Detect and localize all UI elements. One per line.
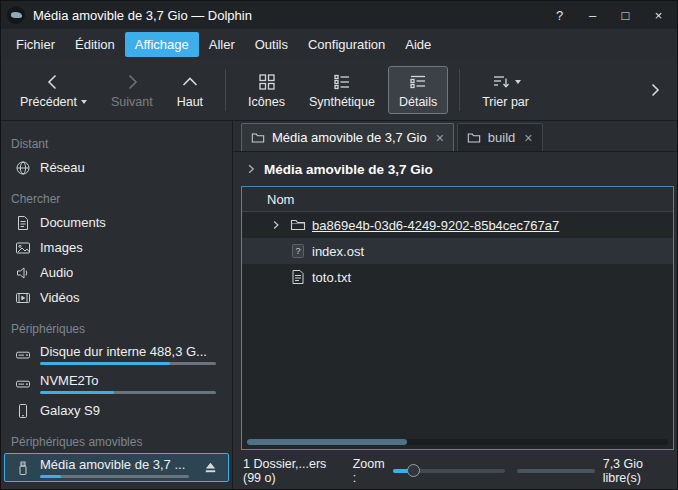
title-bar: Média amovible de 3,7 Gio — Dolphin ? – … <box>1 1 677 29</box>
dolphin-app-icon <box>7 6 25 24</box>
help-button[interactable]: ? <box>547 5 572 26</box>
dolphin-window: Média amovible de 3,7 Gio — Dolphin ? – … <box>0 0 678 490</box>
free-space-bar <box>517 469 595 473</box>
place-label: Réseau <box>40 160 85 175</box>
tab-build[interactable]: build × <box>457 123 543 151</box>
toolbar-separator <box>459 69 460 111</box>
tab-label: build <box>488 130 515 145</box>
section-header-chercher: Chercher <box>1 186 232 210</box>
menu-aller[interactable]: Aller <box>199 32 245 57</box>
items-summary: 1 Dossier,...ers (99 o) <box>243 457 337 485</box>
file-row-toto-txt[interactable]: toto.txt <box>242 264 673 290</box>
back-button[interactable]: Précédent <box>9 66 98 114</box>
sort-icon <box>491 72 511 92</box>
folder-icon <box>290 217 306 233</box>
disk-usage-bar <box>40 391 216 394</box>
sidebar-item-reseau[interactable]: Réseau <box>1 155 232 180</box>
expand-arrow-icon[interactable] <box>268 217 284 233</box>
zoom-slider-handle[interactable] <box>407 464 420 477</box>
video-icon <box>15 290 31 306</box>
network-icon <box>15 160 31 176</box>
toolbar-overflow-button[interactable] <box>641 70 669 110</box>
sidebar-item-documents[interactable]: Documents <box>1 210 232 235</box>
zoom-label: Zoom : <box>353 457 385 485</box>
place-label: NVME2To <box>40 373 221 388</box>
tab-close-icon[interactable]: × <box>524 131 532 145</box>
harddisk-icon <box>15 376 31 392</box>
toolbar-separator <box>225 69 226 111</box>
chevron-right-icon <box>647 82 663 98</box>
horizontal-scrollbar-thumb[interactable] <box>247 439 407 445</box>
details-view-button[interactable]: Détails <box>388 66 448 114</box>
sidebar-item-media-amovible[interactable]: Média amovible de 3,7 ... <box>4 453 229 482</box>
image-icon <box>15 240 31 256</box>
section-header-peripheriques: Périphériques <box>1 316 232 340</box>
file-row-folder[interactable]: ba869e4b-03d6-4249-9202-85b4cec767a7 <box>242 212 673 238</box>
tab-close-icon[interactable]: × <box>436 131 444 145</box>
compact-view-icon <box>332 72 352 92</box>
sidebar-item-disque-dur-interne[interactable]: Disque dur interne 488,3 G... <box>1 340 232 369</box>
details-view-icon <box>408 72 428 92</box>
menu-outils[interactable]: Outils <box>245 32 298 57</box>
sidebar-item-audio[interactable]: Audio <box>1 260 232 285</box>
eject-icon[interactable] <box>203 460 218 475</box>
icons-view-icon <box>257 72 277 92</box>
document-icon <box>15 215 31 231</box>
forward-button[interactable]: Suivant <box>100 66 164 114</box>
menu-affichage[interactable]: Affichage <box>125 32 199 57</box>
folder-icon <box>251 131 265 145</box>
arrow-right-icon <box>122 72 142 92</box>
zoom-slider[interactable] <box>393 469 505 473</box>
tab-media-amovible[interactable]: Média amovible de 3,7 Gio × <box>241 123 454 151</box>
compact-view-button[interactable]: Synthétique <box>298 66 386 114</box>
menu-fichier[interactable]: Fichier <box>6 32 65 57</box>
arrow-left-icon <box>43 72 63 92</box>
text-file-icon <box>290 269 306 285</box>
icons-view-button[interactable]: Icônes <box>237 66 296 114</box>
places-panel: Distant Réseau Chercher Documents Images <box>1 121 233 489</box>
chevron-down-icon <box>81 100 87 104</box>
folder-icon <box>467 131 481 145</box>
chevron-down-icon <box>515 80 521 84</box>
sidebar-item-nvme2to[interactable]: NVME2To <box>1 369 232 398</box>
file-row-index-ost[interactable]: ? index.ost <box>242 238 673 264</box>
main-toolbar: Précédent Suivant Haut Icônes Synthét <box>1 59 677 121</box>
close-button[interactable]: × <box>646 5 671 26</box>
menu-bar: Fichier Édition Affichage Aller Outils C… <box>1 29 677 59</box>
place-label: Images <box>40 240 83 255</box>
usb-drive-icon <box>15 460 31 476</box>
sidebar-item-videos[interactable]: Vidéos <box>1 285 232 310</box>
minimize-button[interactable]: – <box>580 5 605 26</box>
column-header-nom[interactable]: Nom <box>242 187 673 212</box>
section-header-peripheriques-amovibles: Périphériques amovibles <box>1 429 232 453</box>
up-button[interactable]: Haut <box>166 66 214 114</box>
tab-label: Média amovible de 3,7 Gio <box>272 130 427 145</box>
free-space-text: 7,3 Gio libre(s) <box>603 457 667 485</box>
maximize-button[interactable]: □ <box>613 5 638 26</box>
menu-edition[interactable]: Édition <box>65 32 125 57</box>
file-view: Nom ba869e4b-03d6-4249-9202-85b4cec767a7 <box>241 186 674 450</box>
place-label: Disque dur interne 488,3 G... <box>40 344 221 359</box>
section-header-distant: Distant <box>1 131 232 155</box>
sort-by-button[interactable]: Trier par <box>471 66 540 114</box>
menu-aide[interactable]: Aide <box>395 32 441 57</box>
sidebar-item-images[interactable]: Images <box>1 235 232 260</box>
chevron-right-icon <box>245 163 257 175</box>
file-name: index.ost <box>312 244 364 259</box>
sidebar-item-galaxy-s9[interactable]: Galaxy S9 <box>1 398 232 423</box>
location-bar[interactable]: Média amovible de 3,7 Gio <box>233 152 677 186</box>
place-label: Média amovible de 3,7 ... <box>40 457 194 472</box>
file-name: toto.txt <box>312 270 351 285</box>
place-label: Vidéos <box>40 290 80 305</box>
place-label: Audio <box>40 265 73 280</box>
harddisk-icon <box>15 347 31 363</box>
file-name: ba869e4b-03d6-4249-9202-85b4cec767a7 <box>312 218 559 233</box>
horizontal-scrollbar[interactable] <box>247 439 668 445</box>
disk-usage-bar <box>40 475 189 478</box>
tab-bar: Média amovible de 3,7 Gio × build × <box>233 121 677 152</box>
menu-configuration[interactable]: Configuration <box>298 32 395 57</box>
breadcrumb-current-folder[interactable]: Média amovible de 3,7 Gio <box>264 162 433 177</box>
audio-icon <box>15 265 31 281</box>
phone-icon <box>15 403 31 419</box>
disk-usage-bar <box>40 362 216 365</box>
